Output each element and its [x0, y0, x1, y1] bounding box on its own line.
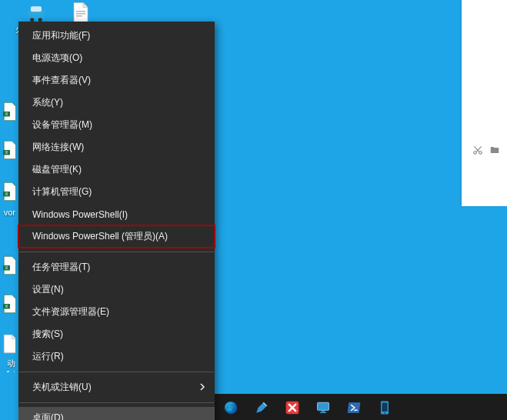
cut-icon[interactable] [472, 145, 483, 155]
winx-disk-management[interactable]: 磁盘管理(K) [18, 158, 215, 181]
winx-event-viewer[interactable]: 事件查看器(V) [18, 69, 215, 92]
svg-text:X: X [5, 304, 8, 308]
winx-file-explorer[interactable]: 文件资源管理器(E) [18, 301, 215, 323]
pen-icon [255, 401, 269, 415]
winx-network-connections[interactable]: 网络连接(W) [18, 136, 215, 158]
desktop-partial-icon[interactable]: X rch. [0, 102, 15, 126]
menu-separator [19, 402, 214, 403]
powershell-icon [346, 400, 362, 415]
desktop-partial-icon[interactable]: X [0, 294, 15, 318]
winx-system[interactable]: 系统(Y) [18, 92, 215, 114]
edge-icon [223, 400, 238, 415]
menu-separator [19, 372, 214, 372]
svg-text:X: X [5, 192, 8, 196]
taskbar-powershell[interactable] [341, 395, 367, 419]
svg-point-0 [474, 152, 477, 155]
svg-point-27 [384, 412, 385, 414]
svg-rect-3 [31, 6, 42, 12]
folder-icon[interactable] [489, 145, 500, 155]
xshell-icon [285, 400, 300, 415]
taskbar-monitor[interactable] [310, 395, 336, 419]
desktop-partial-icon[interactable]: orc [0, 25, 15, 49]
winx-powershell-admin[interactable]: Windows PowerShell (管理员)(A) [18, 225, 215, 248]
svg-rect-6 [76, 11, 85, 12]
desktop-partial-icon[interactable]: X [0, 140, 15, 165]
desktop-left-partial-icons: orc X rch. X X vor .xls X 簿2. X 动 1.t [0, 0, 17, 369]
monitor-icon [315, 400, 331, 415]
winx-computer-management[interactable]: 计算机管理(G) [18, 181, 215, 203]
desktop-partial-icon[interactable]: X vor .xls [0, 182, 15, 217]
svg-rect-26 [382, 403, 387, 412]
taskbar-pen[interactable] [248, 395, 275, 419]
desktop[interactable]: 火车采集器 keywords.... orc X [0, 0, 507, 420]
winx-powershell[interactable]: Windows PowerShell(I) [18, 203, 215, 225]
svg-rect-21 [318, 402, 329, 410]
desktop-partial-icon[interactable]: 动 1.t [0, 334, 15, 372]
winx-apps-features[interactable]: 应用和功能(F) [18, 25, 215, 47]
winx-menu: 应用和功能(F) 电源选项(O) 事件查看器(V) 系统(Y) 设备管理器(M)… [18, 22, 215, 420]
svg-rect-8 [76, 15, 82, 17]
svg-text:X: X [5, 150, 8, 155]
winx-search[interactable]: 搜索(S) [18, 323, 215, 345]
svg-rect-7 [76, 13, 85, 15]
menu-separator [19, 252, 214, 252]
winx-run[interactable]: 运行(R) [18, 345, 215, 368]
svg-point-1 [479, 152, 482, 155]
winx-desktop[interactable]: 桌面(D) [18, 407, 215, 420]
winx-power-options[interactable]: 电源选项(O) [18, 47, 215, 69]
winx-device-manager[interactable]: 设备管理器(M) [18, 114, 215, 136]
svg-text:X: X [5, 265, 8, 270]
svg-text:X: X [5, 112, 8, 116]
right-side-panel [462, 0, 507, 206]
taskbar-xshell[interactable] [279, 395, 305, 419]
desktop-partial-icon[interactable]: X 簿2. [0, 255, 15, 280]
taskbar [212, 394, 507, 420]
phone-icon [378, 400, 392, 415]
svg-rect-24 [320, 412, 326, 413]
winx-task-manager[interactable]: 任务管理器(T) [18, 256, 215, 278]
chevron-right-icon [199, 383, 205, 392]
taskbar-edge[interactable] [218, 395, 244, 419]
winx-shutdown-signout[interactable]: 关机或注销(U) [18, 376, 215, 398]
taskbar-phone[interactable] [372, 395, 398, 419]
svg-rect-23 [322, 411, 325, 412]
winx-settings[interactable]: 设置(N) [18, 278, 215, 301]
